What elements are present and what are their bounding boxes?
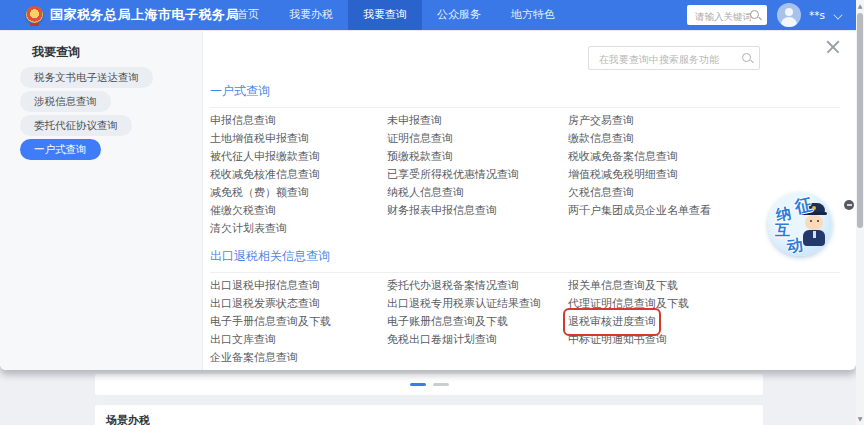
header-search-input[interactable]: [693, 5, 753, 27]
sidebar-title: 我要查询: [32, 44, 80, 61]
page: 场景办税 国家税务总局上海市电子税务局 首页我要办税我要查询公众服务地方特色 *…: [0, 0, 864, 425]
service-link[interactable]: 已享受所得税优惠情况查询: [387, 166, 519, 184]
service-link[interactable]: 土地增值税申报查询: [210, 130, 309, 148]
section-column: 申报信息查询土地增值税申报查询被代征人申报缴款查询税收减免核准信息查询减免税（费…: [210, 112, 387, 238]
service-link[interactable]: 催缴欠税查询: [210, 202, 276, 220]
query-menu-panel: 我要查询 税务文书电子送达查询涉税信息查询委托代征协议查询一户式查询 一户式查询…: [0, 31, 856, 370]
scroll-up-icon[interactable]: ▲: [856, 1, 864, 11]
carousel-pagination-card: [95, 374, 763, 395]
service-link[interactable]: 出口退税专用税票认证结果查询: [387, 295, 541, 313]
service-link[interactable]: 未申报查询: [387, 112, 442, 130]
sidebar-item[interactable]: 委托代征协议查询: [20, 115, 132, 136]
service-link[interactable]: 税收减免备案信息查询: [568, 148, 678, 166]
sidebar-item[interactable]: 税务文书电子送达查询: [20, 67, 153, 88]
site-title: 国家税务总局上海市电子税务局: [50, 0, 239, 30]
user-avatar[interactable]: [777, 3, 801, 27]
nav-item[interactable]: 我要办税: [274, 0, 348, 30]
service-link[interactable]: 缴款信息查询: [568, 130, 634, 148]
pagination-dash[interactable]: [433, 383, 449, 386]
search-icon[interactable]: [742, 53, 751, 62]
service-link[interactable]: 两千户集团成员企业名单查看: [568, 202, 711, 220]
service-link[interactable]: 出口退税发票状态查询: [210, 295, 320, 313]
close-icon[interactable]: [826, 40, 840, 54]
main-nav: 首页我要办税我要查询公众服务地方特色: [222, 0, 570, 30]
service-link[interactable]: 财务报表申报信息查询: [387, 202, 497, 220]
service-link[interactable]: 出口退税申报信息查询: [210, 277, 320, 295]
service-link[interactable]: 税收减免核准信息查询: [210, 166, 320, 184]
service-link[interactable]: 委托代办退税备案情况查询: [387, 277, 519, 295]
panel-sidebar: 我要查询 税务文书电子送达查询涉税信息查询委托代征协议查询一户式查询: [0, 31, 203, 370]
sidebar-items: 税务文书电子送达查询涉税信息查询委托代征协议查询一户式查询: [20, 67, 153, 163]
service-link[interactable]: 增值税减免税明细查询: [568, 166, 678, 184]
section-column: 出口退税申报信息查询出口退税发票状态查询电子手册信息查询及下载出口文库查询企业备…: [210, 277, 387, 367]
top-header: 国家税务总局上海市电子税务局 首页我要办税我要查询公众服务地方特色 **s: [0, 0, 864, 30]
pagination-dash[interactable]: [410, 383, 426, 386]
badge-close-icon[interactable]: [844, 200, 854, 210]
service-link[interactable]: 纳税人信息查询: [387, 184, 464, 202]
service-link[interactable]: 证明信息查询: [387, 130, 453, 148]
national-emblem-logo-icon: [26, 6, 43, 23]
service-link[interactable]: 报关单信息查询及下载: [568, 277, 678, 295]
nav-item[interactable]: 地方特色: [496, 0, 570, 30]
chevron-down-icon[interactable]: [833, 10, 842, 19]
section-column: 未申报查询证明信息查询预缴税款查询已享受所得税优惠情况查询纳税人信息查询财务报表…: [387, 112, 568, 220]
service-link[interactable]: 房产交易查询: [568, 112, 634, 130]
service-sections: 一户式查询申报信息查询土地增值税申报查询被代征人申报缴款查询税收减免核准信息查询…: [210, 83, 848, 377]
nav-item[interactable]: 首页: [222, 0, 274, 30]
next-section-title: 场景办税: [106, 413, 150, 425]
service-link[interactable]: 电子手册信息查询及下载: [210, 313, 331, 331]
service-link[interactable]: 预缴税款查询: [387, 148, 453, 166]
service-link[interactable]: 退税审核进度查询: [568, 313, 656, 331]
section-divider: [210, 272, 840, 273]
nav-item[interactable]: 公众服务: [422, 0, 496, 30]
section-title: 出口退税相关信息查询: [210, 248, 848, 265]
section-title: 一户式查询: [210, 83, 848, 100]
service-link[interactable]: 被代征人申报缴款查询: [210, 148, 320, 166]
scrollbar-thumb[interactable]: [857, 13, 863, 228]
section-columns: 出口退税申报信息查询出口退税发票状态查询电子手册信息查询及下载出口文库查询企业备…: [210, 277, 848, 367]
service-link[interactable]: 免税出口卷烟计划查询: [387, 331, 497, 349]
service-link[interactable]: 申报信息查询: [210, 112, 276, 130]
service-link[interactable]: 减免税（费）额查询: [210, 184, 309, 202]
zhengna-interaction-badge[interactable]: 征纳互动: [768, 192, 832, 256]
panel-search-input[interactable]: [597, 47, 735, 71]
sidebar-item[interactable]: 涉税信息查询: [20, 91, 111, 112]
scrollbar: ▲ ▼: [856, 0, 864, 425]
section-columns: 申报信息查询土地增值税申报查询被代征人申报缴款查询税收减免核准信息查询减免税（费…: [210, 112, 848, 238]
service-link[interactable]: 出口文库查询: [210, 331, 276, 349]
search-icon[interactable]: [750, 10, 759, 19]
service-link[interactable]: 欠税信息查询: [568, 184, 634, 202]
nav-item[interactable]: 我要查询: [348, 0, 422, 30]
next-section-card: 场景办税: [95, 405, 763, 425]
user-name[interactable]: **s: [809, 0, 825, 30]
service-link[interactable]: 企业备案信息查询: [210, 349, 298, 367]
scroll-down-icon[interactable]: ▼: [856, 414, 864, 424]
header-search-box: [687, 5, 767, 25]
section-column: 报关单信息查询及下载代理证明信息查询及下载退税审核进度查询中标证明通知书查询: [568, 277, 840, 349]
panel-content: 一户式查询申报信息查询土地增值税申报查询被代征人申报缴款查询税收减免核准信息查询…: [202, 31, 856, 370]
section-divider: [210, 107, 840, 108]
panel-search-box: [588, 46, 760, 70]
section-column: 委托代办退税备案情况查询出口退税专用税票认证结果查询电子账册信息查询及下载免税出…: [387, 277, 568, 349]
service-section: 出口退税相关信息查询出口退税申报信息查询出口退税发票状态查询电子手册信息查询及下…: [210, 248, 848, 367]
badge-char: 动: [786, 235, 804, 258]
sidebar-item[interactable]: 一户式查询: [20, 139, 101, 160]
service-link[interactable]: 代理证明信息查询及下载: [568, 295, 689, 313]
service-link[interactable]: 电子账册信息查询及下载: [387, 313, 508, 331]
service-section: 一户式查询申报信息查询土地增值税申报查询被代征人申报缴款查询税收减免核准信息查询…: [210, 83, 848, 238]
service-link[interactable]: 清欠计划表查询: [210, 220, 287, 238]
service-link[interactable]: 中标证明通知书查询: [568, 331, 667, 349]
